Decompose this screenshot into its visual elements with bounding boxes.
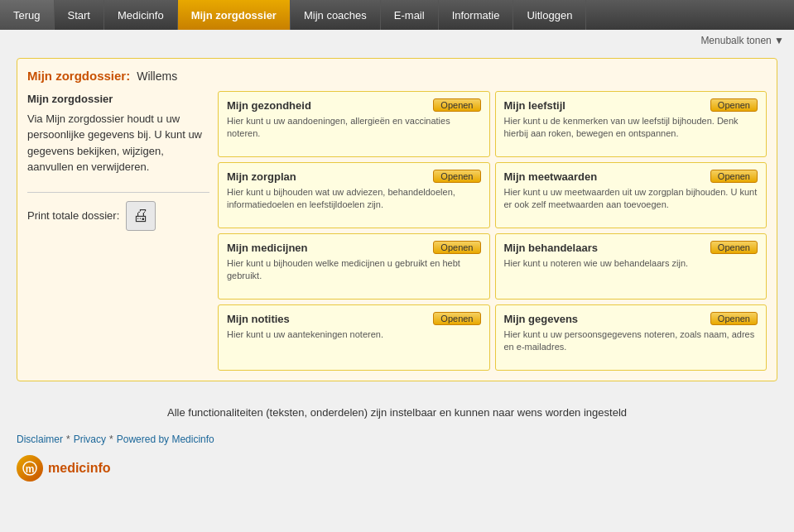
module-header-medicijnen: Mijn medicijnen Openen — [227, 241, 481, 254]
module-header-zorgplan: Mijn zorgplan Openen — [227, 170, 481, 183]
navbar-item-informatie[interactable]: Informatie — [439, 0, 514, 30]
dossier-header: Mijn zorgdossier: Willems — [27, 69, 767, 83]
navigation-bar: TerugStartMedicinfoMijn zorgdossierMijn … — [0, 0, 794, 30]
menubar-toggle[interactable]: Menubalk tonen — [0, 30, 794, 51]
module-title-medicijnen: Mijn medicijnen — [227, 242, 308, 254]
module-desc-gegevens: Hier kunt u uw persoonsgegevens noteren,… — [504, 328, 758, 354]
module-desc-gezondheid: Hier kunt u uw aandoeningen, allergieën … — [227, 115, 481, 141]
logo-text: medicinfo — [48, 461, 111, 476]
logo-prefix: medic — [48, 461, 86, 475]
module-desc-leefstijl: Hier kunt u de kenmerken van uw leefstij… — [504, 115, 758, 141]
module-header-gezondheid: Mijn gezondheid Openen — [227, 98, 481, 112]
module-header-behandelaars: Mijn behandelaars Openen — [504, 241, 758, 254]
print-label: Print totale dossier: — [27, 209, 119, 222]
module-title-zorgplan: Mijn zorgplan — [227, 170, 296, 183]
footer-powered-by[interactable]: Powered by Medicinfo — [117, 434, 214, 445]
module-card-gezondheid: Mijn gezondheid Openen Hier kunt u uw aa… — [218, 91, 490, 157]
module-header-leefstijl: Mijn leefstijl Openen — [504, 98, 758, 112]
module-open-btn-gegevens[interactable]: Openen — [710, 312, 758, 325]
module-card-gegevens: Mijn gegevens Openen Hier kunt u uw pers… — [495, 304, 768, 371]
navbar-item-start[interactable]: Start — [55, 0, 104, 30]
outer-card: Mijn zorgdossier: Willems Mijn zorgdossi… — [17, 58, 777, 381]
modules-grid: Mijn gezondheid Openen Hier kunt u uw aa… — [218, 91, 767, 371]
module-title-behandelaars: Mijn behandelaars — [504, 242, 598, 254]
module-title-meetwaarden: Mijn meetwaarden — [504, 170, 598, 183]
module-open-btn-behandelaars[interactable]: Openen — [710, 241, 758, 254]
module-desc-notities: Hier kunt u uw aantekeningen noteren. — [227, 328, 481, 341]
module-title-gegevens: Mijn gegevens — [504, 313, 579, 325]
module-open-btn-gezondheid[interactable]: Openen — [433, 98, 480, 112]
logo-icon: m — [17, 455, 43, 482]
navbar-item-mijn-zorgdossier[interactable]: Mijn zorgdossier — [178, 0, 291, 30]
module-desc-meetwaarden: Hier kunt u uw meetwaarden uit uw zorgpl… — [504, 186, 758, 212]
print-button[interactable]: 🖨 — [126, 201, 156, 231]
module-header-notities: Mijn notities Openen — [227, 312, 481, 325]
navbar-item-mijn-coaches[interactable]: Mijn coaches — [291, 0, 381, 30]
module-card-meetwaarden: Mijn meetwaarden Openen Hier kunt u uw m… — [495, 162, 768, 228]
navbar-item-medicinfo[interactable]: Medicinfo — [104, 0, 178, 30]
content-layout: Mijn zorgdossier Via Mijn zorgdossier ho… — [27, 91, 767, 371]
module-open-btn-medicijnen[interactable]: Openen — [433, 241, 480, 254]
module-open-btn-notities[interactable]: Openen — [433, 312, 480, 325]
module-header-gegevens: Mijn gegevens Openen — [504, 312, 758, 325]
module-open-btn-leefstijl[interactable]: Openen — [710, 98, 758, 112]
module-header-meetwaarden: Mijn meetwaarden Openen — [504, 170, 758, 183]
module-open-btn-zorgplan[interactable]: Openen — [433, 170, 480, 183]
left-body: Via Mijn zorgdossier houdt u uw persoonl… — [27, 111, 209, 175]
logo-suffix: info — [86, 461, 110, 475]
print-section: Print totale dossier: 🖨 — [27, 192, 209, 231]
module-title-gezondheid: Mijn gezondheid — [227, 99, 311, 112]
module-card-behandelaars: Mijn behandelaars Openen Hier kunt u not… — [495, 233, 768, 300]
module-card-notities: Mijn notities Openen Hier kunt u uw aant… — [218, 304, 490, 371]
navbar-item-uitloggen[interactable]: Uitloggen — [513, 0, 586, 30]
navbar-item-terug[interactable]: Terug — [0, 0, 55, 30]
left-panel: Mijn zorgdossier Via Mijn zorgdossier ho… — [27, 91, 209, 371]
module-desc-behandelaars: Hier kunt u noteren wie uw behandelaars … — [504, 257, 758, 270]
footer-text: Alle functionaliteiten (teksten, onderde… — [0, 406, 794, 419]
footer-links: Disclaimer * Privacy * Powered by Medici… — [0, 427, 794, 452]
navbar-item-e-mail[interactable]: E-mail — [381, 0, 439, 30]
module-card-leefstijl: Mijn leefstijl Openen Hier kunt u de ken… — [495, 91, 768, 157]
module-card-zorgplan: Mijn zorgplan Openen Hier kunt u bijhoud… — [218, 162, 490, 228]
svg-text:m: m — [26, 463, 35, 475]
module-card-medicijnen: Mijn medicijnen Openen Hier kunt u bijho… — [218, 233, 490, 300]
module-desc-zorgplan: Hier kunt u bijhouden wat uw adviezen, b… — [227, 186, 481, 212]
module-title-notities: Mijn notities — [227, 313, 290, 325]
module-desc-medicijnen: Hier kunt u bijhouden welke medicijnen u… — [227, 257, 481, 283]
module-open-btn-meetwaarden[interactable]: Openen — [710, 170, 758, 183]
module-title-leefstijl: Mijn leefstijl — [504, 99, 565, 112]
main-wrapper: Mijn zorgdossier: Willems Mijn zorgdossi… — [0, 51, 794, 390]
logo-area: m medicinfo — [0, 452, 794, 488]
left-panel-text: Mijn zorgdossier Via Mijn zorgdossier ho… — [27, 91, 209, 175]
footer-disclaimer[interactable]: Disclaimer — [17, 434, 63, 445]
dossier-title: Mijn zorgdossier: — [27, 69, 130, 83]
footer-privacy[interactable]: Privacy — [74, 434, 106, 445]
dossier-patient-name: Willems — [137, 69, 177, 83]
left-heading: Mijn zorgdossier — [27, 91, 209, 108]
